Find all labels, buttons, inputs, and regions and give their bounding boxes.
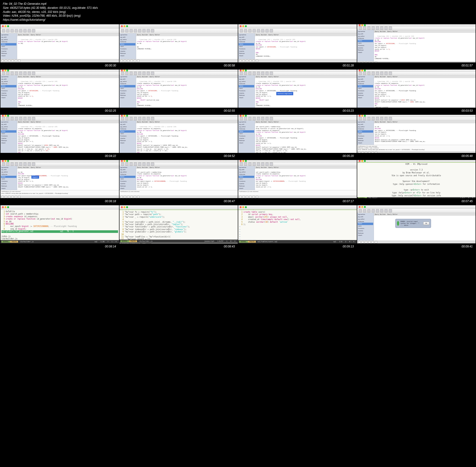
toolbar-button[interactable] (129, 117, 133, 120)
video-frame[interactable]: pgmachinepg_authpg_authorSchemasTablesus… (238, 24, 357, 62)
toolbar-button[interactable] (265, 162, 269, 166)
sidebar-item[interactable]: Tables (239, 130, 254, 133)
editor-tabs[interactable]: Query BuilderQuery Editor (374, 75, 476, 78)
sql-editor[interactable]: Query BuilderQuery Editor -- timestamp (… (17, 33, 119, 59)
footer-button[interactable] (8, 60, 11, 62)
minimize-icon[interactable] (242, 206, 244, 208)
toolbar-button[interactable] (142, 117, 146, 120)
footer-button[interactable] (362, 152, 364, 153)
toolbar-button[interactable] (134, 29, 137, 32)
toolbar-button[interactable] (151, 117, 154, 120)
toolbar-button[interactable] (244, 72, 247, 75)
toolbar-button[interactable] (6, 162, 10, 166)
footer-button[interactable] (358, 241, 361, 243)
minimize-icon[interactable] (242, 160, 244, 162)
video-frame[interactable]: pgmachinepg_authpg_authorSchemasTablesus… (357, 70, 476, 108)
toolbar-button[interactable] (240, 162, 243, 166)
sidebar-item[interactable]: Functions (1, 90, 16, 92)
footer-button[interactable] (5, 196, 7, 198)
toolbar-button[interactable] (138, 29, 141, 32)
sidebar-item[interactable]: pg_author (1, 39, 16, 41)
editor-tabs[interactable]: Query BuilderQuery Editor (374, 30, 476, 33)
zoom-icon[interactable] (245, 160, 247, 162)
toolbar-button[interactable] (125, 72, 128, 75)
sql-code[interactable]: -- timestamp (41) | shardid (13) | useri… (137, 39, 237, 50)
sidebar-item[interactable]: Queries (239, 92, 254, 94)
sidebar-item[interactable]: Schemas (239, 83, 254, 85)
footer-button[interactable] (368, 241, 371, 243)
sidebar-item[interactable]: Attach (1, 55, 16, 57)
toolbar-button[interactable] (359, 26, 362, 30)
tab-query-builder[interactable]: Query Builder (256, 34, 267, 36)
sidebar-item[interactable]: pg_auth (358, 33, 373, 35)
video-frame[interactable]: pgmachinepg_authpg_authorSchemasTablesus… (357, 24, 476, 62)
sidebar-item[interactable]: Schemas (120, 41, 135, 43)
toolbar-button[interactable] (384, 209, 388, 212)
sidebar-item[interactable]: pgmachine (239, 121, 254, 123)
footer-button[interactable] (252, 60, 255, 62)
video-frame[interactable]: pgmachinepg_authpg_authorSchemasTablesus… (119, 70, 238, 108)
video-frame[interactable]: pgmachinepg_authpg_authorSchemasTablesus… (119, 24, 238, 62)
toolbar-button[interactable] (359, 209, 362, 212)
tab-query-builder[interactable]: Query Builder (256, 76, 267, 78)
sidebar-item[interactable]: Backups (1, 52, 16, 55)
toolbar-button[interactable] (380, 72, 383, 75)
sidebar-item[interactable]: Functions (358, 45, 373, 47)
footer-button[interactable] (127, 196, 129, 198)
minimize-icon[interactable] (124, 206, 125, 208)
sidebar-item[interactable]: Tables (358, 130, 373, 133)
sidebar-item[interactable]: users (358, 87, 373, 90)
sql-editor[interactable]: Query BuilderQuery Editor -- timestamp (… (17, 75, 119, 108)
sidebar-item[interactable]: pg_author (120, 126, 135, 128)
sql-code[interactable]: -- timestamp (41) | shardid (13) | useri… (18, 39, 118, 44)
toolbar-button[interactable] (23, 162, 27, 166)
close-icon[interactable] (2, 25, 4, 27)
toolbar-button[interactable] (147, 72, 150, 75)
sidebar-item[interactable]: Backups (358, 94, 373, 97)
toolbar-button[interactable] (138, 162, 141, 166)
toolbar-button[interactable] (248, 117, 251, 120)
sql-editor[interactable]: Query BuilderQuery Editor as $$DECLARE o… (374, 120, 476, 145)
sidebar-item[interactable]: Attach (358, 97, 373, 99)
tab-query-editor[interactable]: Query Editor (31, 76, 41, 78)
footer-button[interactable] (249, 196, 251, 198)
sidebar-item[interactable]: users (120, 133, 135, 135)
sql-code[interactable]: -- timestamp (41) | shardid (13) | useri… (18, 80, 118, 106)
db-tree[interactable]: pgmachinepg_authpg_authorSchemasTablesus… (238, 75, 255, 108)
sql-code[interactable]: set search_path = membership;create sequ… (256, 171, 356, 188)
sidebar-item[interactable]: pgmachine (120, 121, 135, 123)
minimize-icon[interactable] (4, 160, 6, 162)
video-frame[interactable]: pgmachinepg_authpg_authorSchemasTablesus… (0, 24, 119, 62)
toolbar-button[interactable] (367, 26, 371, 30)
vim-editor[interactable]: 1create table users( 2 id serial primary… (238, 210, 357, 240)
video-frame[interactable]: [No Name] VIM - Vi IMproved version 7.3 … (357, 160, 476, 198)
toolbar-button[interactable] (372, 209, 375, 212)
footer-button[interactable] (8, 196, 11, 198)
toolbar-button[interactable] (384, 26, 388, 30)
tab-query-builder[interactable]: Query Builder (375, 213, 386, 215)
toolbar-button[interactable] (15, 72, 18, 75)
toolbar-button[interactable] (19, 162, 22, 166)
tab-query-builder[interactable]: Query Builder (18, 121, 29, 123)
sidebar-item[interactable]: pg_author (358, 218, 373, 221)
sidebar-item[interactable]: pgmachine (1, 167, 16, 169)
toolbar-button[interactable] (363, 117, 366, 120)
toolbar-button[interactable] (252, 72, 256, 75)
sidebar-item[interactable]: users (239, 178, 254, 180)
toolbar-button[interactable] (363, 72, 366, 75)
tab-query-editor[interactable]: Query Editor (31, 167, 41, 168)
sidebar-item[interactable]: Queries (239, 50, 254, 53)
footer-button[interactable] (18, 196, 21, 198)
sidebar-item[interactable]: Tables (120, 85, 135, 87)
toolbar-button[interactable] (28, 29, 31, 32)
db-tree[interactable]: pgmachinepg_authpg_authorSchemasTablesus… (238, 33, 255, 59)
sidebar-item[interactable]: Backups (1, 185, 16, 187)
toolbar-button[interactable] (11, 29, 14, 32)
editor-tabs[interactable]: Query BuilderQuery Editor (136, 120, 238, 123)
toolbar-button[interactable] (6, 29, 10, 32)
footer-button[interactable] (358, 62, 361, 62)
close-icon[interactable] (121, 70, 123, 71)
sidebar-item[interactable]: users (1, 178, 16, 180)
sql-editor[interactable]: Query BuilderQuery Editor -- timestamp (… (136, 33, 238, 59)
sidebar-item[interactable]: pgmachine (120, 76, 135, 78)
